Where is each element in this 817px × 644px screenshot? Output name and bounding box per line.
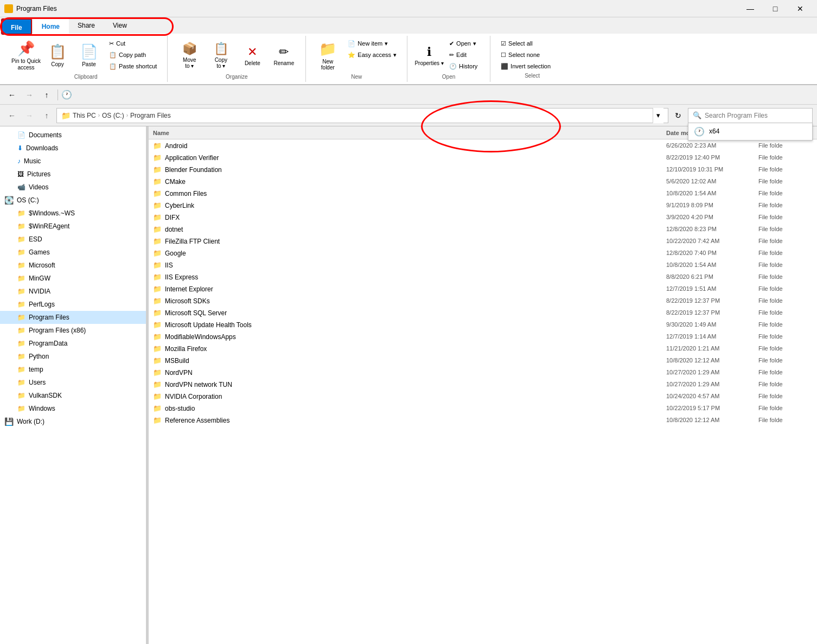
table-row[interactable]: 📁DIFX 3/9/2020 4:20 PM File folde <box>149 211 817 223</box>
folder-icon: 📁 <box>153 237 162 245</box>
sidebar-item-temp[interactable]: 📁 temp <box>0 363 146 376</box>
table-row[interactable]: 📁Internet Explorer 12/7/2019 1:51 AM Fil… <box>149 283 817 295</box>
sidebar-item-mingw[interactable]: 📁 MinGW <box>0 272 146 285</box>
clipboard-label: Clipboard <box>11 74 161 80</box>
sidebar-item-esd[interactable]: 📁 ESD <box>0 233 146 246</box>
copy-button-large[interactable]: 📋 Copy <box>42 38 73 73</box>
copy-path-button[interactable]: 📋 Copy path <box>105 49 161 60</box>
pin-quick-access-button[interactable]: 📌 Pin to Quickaccess <box>11 38 41 73</box>
sidebar-item-programdata[interactable]: 📁 ProgramData <box>0 337 146 350</box>
table-row[interactable]: 📁Blender Foundation 12/10/2019 10:31 PM … <box>149 163 817 175</box>
edit-button[interactable]: ✏ Edit <box>445 49 483 60</box>
table-row[interactable]: 📁Application Verifier 8/22/2019 12:40 PM… <box>149 151 817 163</box>
sidebar-item-os-c[interactable]: 💽 OS (C:) <box>0 194 146 207</box>
edit-icon: ✏ <box>449 52 454 59</box>
sidebar-item-videos[interactable]: 📹 Videos <box>0 181 146 194</box>
table-row[interactable]: 📁obs-studio 10/22/2019 5:17 PM File fold… <box>149 402 817 414</box>
table-row[interactable]: 📁CMake 5/6/2020 12:02 AM File folde <box>149 175 817 187</box>
close-button[interactable]: ✕ <box>788 0 813 17</box>
sidebar-item-music[interactable]: ♪ Music <box>0 155 146 168</box>
sidebar-item-program-files[interactable]: 📁 Program Files <box>0 311 146 324</box>
maximize-button[interactable]: □ <box>763 0 788 17</box>
file-date: 10/8/2020 1:54 AM <box>666 262 758 268</box>
table-row[interactable]: 📁Microsoft SQL Server 8/22/2019 12:37 PM… <box>149 307 817 318</box>
tab-share[interactable]: Share <box>69 17 104 34</box>
sidebar-item-microsoft[interactable]: 📁 Microsoft <box>0 259 146 272</box>
table-row[interactable]: 📁NordVPN network TUN 10/27/2020 1:29 AM … <box>149 378 817 390</box>
paste-button-large[interactable]: 📄 Paste <box>74 38 104 73</box>
sidebar-item-work-d[interactable]: 💾 Work (D:) <box>0 415 146 428</box>
sidebar-item-program-files-x86[interactable]: 📁 Program Files (x86) <box>0 324 146 337</box>
file-type: File folde <box>758 357 813 364</box>
sidebar-item-downloads[interactable]: ⬇ Downloads <box>0 142 146 155</box>
address-dropdown-button[interactable]: ▾ <box>653 108 663 123</box>
col-header-name[interactable]: Name <box>153 130 666 136</box>
table-row[interactable]: 📁NordVPN 10/27/2020 1:29 AM File folde <box>149 366 817 378</box>
open-icon: ✔ <box>449 40 454 47</box>
address-input-box[interactable]: 📁 This PC › OS (C:) › Program Files ▾ <box>56 108 668 123</box>
table-row[interactable]: 📁Microsoft Update Health Tools 9/30/2020… <box>149 318 817 330</box>
tab-home[interactable]: Home <box>33 17 69 34</box>
tab-view[interactable]: View <box>104 17 136 34</box>
sidebar-item-windows-ws[interactable]: 📁 $Windows.~WS <box>0 207 146 220</box>
copy-path-label: Copy path <box>119 52 146 58</box>
invert-selection-button[interactable]: ⬛ Invert selection <box>497 61 567 72</box>
table-row[interactable]: 📁dotnet 12/8/2020 8:23 PM File folde <box>149 223 817 235</box>
nav-back-button[interactable]: ← <box>4 108 20 123</box>
table-row[interactable]: 📁IIS Express 8/8/2020 6:21 PM File folde <box>149 271 817 283</box>
new-folder-button[interactable]: 📁 Newfolder <box>312 38 343 73</box>
search-box[interactable]: 🔍 <box>688 108 813 123</box>
ribbon-group-organize: 📦 Moveto ▾ 📋 Copyto ▾ ✕ Delete ✏ Rename … <box>168 36 306 82</box>
table-row[interactable]: 📁MSBuild 10/8/2020 12:12 AM File folde <box>149 354 817 366</box>
open-button[interactable]: ✔ Open ▾ <box>445 38 483 49</box>
table-row[interactable]: 📁Reference Assemblies 10/8/2020 12:12 AM… <box>149 414 817 426</box>
file-date: 11/21/2020 1:21 AM <box>666 345 758 352</box>
copy-to-button[interactable]: 📋 Copyto ▾ <box>206 38 236 73</box>
tab-file[interactable]: File <box>1 18 32 35</box>
folder-icon: 📁 <box>153 225 162 233</box>
sidebar-item-pictures[interactable]: 🖼 Pictures <box>0 168 146 181</box>
table-row[interactable]: 📁Microsoft SDKs 8/22/2019 12:37 PM File … <box>149 295 817 307</box>
sidebar-item-winreagent[interactable]: 📁 $WinREAgent <box>0 220 146 233</box>
search-input[interactable] <box>705 112 808 119</box>
table-row[interactable]: 📁FileZilla FTP Client 10/22/2020 7:42 AM… <box>149 235 817 247</box>
paste-shortcut-button[interactable]: 📋 Paste shortcut <box>105 61 161 72</box>
nav-up-button[interactable]: ↑ <box>39 108 54 123</box>
history-button[interactable]: 🕐 History <box>445 61 483 72</box>
file-date: 8/22/2019 12:40 PM <box>666 154 758 161</box>
select-all-button[interactable]: ☑ Select all <box>497 38 567 49</box>
forward-button[interactable]: → <box>22 87 37 103</box>
minimize-button[interactable]: — <box>738 0 763 17</box>
sidebar-item-games[interactable]: 📁 Games <box>0 246 146 259</box>
cut-button[interactable]: ✂ Cut <box>105 38 161 49</box>
delete-button[interactable]: ✕ Delete <box>237 38 267 73</box>
table-row[interactable]: 📁Mozilla Firefox 11/21/2020 1:21 AM File… <box>149 342 817 354</box>
select-none-button[interactable]: ☐ Select none <box>497 49 567 60</box>
table-row[interactable]: 📁NVIDIA Corporation 10/24/2020 4:57 AM F… <box>149 390 817 402</box>
sidebar-item-vulkansdk[interactable]: 📁 VulkanSDK <box>0 389 146 402</box>
rename-button[interactable]: ✏ Rename <box>269 38 299 73</box>
table-row[interactable]: 📁IIS 10/8/2020 1:54 AM File folde <box>149 259 817 271</box>
back-button[interactable]: ← <box>4 87 20 103</box>
table-row[interactable]: 📁Android 6/26/2020 2:23 AM File folde <box>149 139 817 151</box>
sidebar-item-windows[interactable]: 📁 Windows <box>0 402 146 415</box>
move-to-button[interactable]: 📦 Moveto ▾ <box>174 38 205 73</box>
table-row[interactable]: 📁Google 12/8/2020 7:40 PM File folde <box>149 247 817 259</box>
sidebar-item-perflogs[interactable]: 📁 PerfLogs <box>0 298 146 311</box>
sidebar-item-users[interactable]: 📁 Users <box>0 376 146 389</box>
file-name: 📁Microsoft Update Health Tools <box>153 321 666 329</box>
new-item-button[interactable]: 📄 New item ▾ <box>344 38 400 49</box>
table-row[interactable]: 📁Common Files 10/8/2020 1:54 AM File fol… <box>149 187 817 199</box>
refresh-button[interactable]: ↻ <box>671 108 686 123</box>
sidebar-item-python[interactable]: 📁 Python <box>0 350 146 363</box>
sidebar-item-documents[interactable]: 📄 Documents <box>0 129 146 142</box>
up-button[interactable]: ↑ <box>39 87 54 103</box>
sidebar-item-nvidia[interactable]: 📁 NVIDIA <box>0 285 146 298</box>
properties-button[interactable]: ℹ Properties ▾ <box>414 38 444 73</box>
nav-forward-button[interactable]: → <box>22 108 37 123</box>
easy-access-button[interactable]: ⭐ Easy access ▾ <box>344 49 400 60</box>
table-row[interactable]: 📁CyberLink 9/1/2019 8:09 PM File folde <box>149 199 817 211</box>
table-row[interactable]: 📁ModifiableWindowsApps 12/7/2019 1:14 AM… <box>149 330 817 342</box>
search-suggestion-x64[interactable]: 🕐 x64 <box>688 123 812 140</box>
folder-icon: 📁 <box>153 154 162 162</box>
